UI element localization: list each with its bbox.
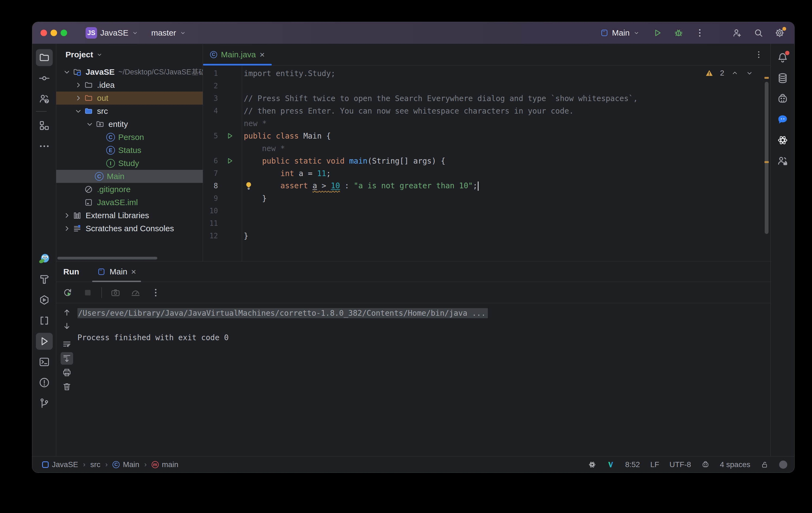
problems-tool-button[interactable] (36, 374, 53, 391)
structure-tool-button[interactable] (36, 117, 53, 134)
soft-wrap-button[interactable] (61, 338, 73, 351)
tree-item-scratches-and-consoles[interactable]: Scratches and Consoles (56, 222, 203, 235)
tree-item-javase-iml[interactable]: JavaSE.iml (56, 196, 203, 209)
services-tool-button[interactable] (36, 292, 53, 308)
write-access-icon[interactable] (761, 460, 769, 469)
notifications-tool-button[interactable] (774, 49, 791, 66)
horizontal-scrollbar[interactable] (57, 257, 157, 260)
branch-widget[interactable]: master (145, 26, 189, 40)
tree-item-out[interactable]: out (56, 92, 203, 104)
git-tool-button[interactable] (36, 395, 53, 412)
zoom-window-button[interactable] (61, 30, 67, 36)
next-problem-icon[interactable] (746, 69, 754, 77)
clear-button[interactable] (61, 381, 73, 393)
indent-style-label[interactable]: 4 spaces (720, 460, 750, 469)
copilot-status-icon[interactable] (701, 460, 709, 469)
project-panel-header[interactable]: Project (56, 44, 203, 65)
bookmarks-tool-button[interactable] (36, 312, 53, 329)
debug-button[interactable] (672, 26, 685, 39)
tree-item-external-libraries[interactable]: External Libraries (56, 209, 203, 222)
close-tab-icon[interactable]: × (131, 267, 136, 276)
tree-item-entity[interactable]: entity (56, 118, 203, 131)
inspections-widget[interactable]: 2 (705, 69, 754, 78)
line-number[interactable]: 10 (203, 207, 218, 215)
code-editor[interactable]: 1import entity.Study;23// Press Shift tw… (203, 65, 771, 261)
close-tab-icon[interactable]: × (260, 50, 265, 59)
openai-tool-button[interactable] (774, 132, 791, 149)
line-number[interactable]: 6 (203, 157, 218, 165)
file-encoding-label[interactable]: UTF-8 (670, 460, 691, 469)
chat-tool-button[interactable] (774, 111, 791, 128)
build-tool-button[interactable] (36, 271, 53, 288)
stop-button[interactable] (81, 286, 94, 299)
line-number[interactable]: 3 (203, 94, 218, 102)
more-actions-icon[interactable] (693, 26, 706, 39)
run-line-icon[interactable] (218, 132, 242, 140)
line-number[interactable]: 7 (203, 169, 218, 177)
snapshot-button[interactable] (109, 286, 122, 299)
down-button[interactable] (61, 320, 73, 333)
terminal-tool-button[interactable] (36, 354, 53, 370)
editor-scrollbar[interactable] (764, 65, 769, 261)
tree-item-person[interactable]: CPerson (56, 131, 203, 144)
tree-item-status[interactable]: EStatus (56, 144, 203, 157)
editor-options-icon[interactable] (754, 50, 763, 59)
cursor-position-label[interactable]: 8:52 (625, 460, 640, 469)
run-tool-button[interactable] (36, 333, 53, 350)
code-with-me-icon[interactable] (731, 26, 744, 39)
tree-item-gitignore[interactable]: .gitignore (56, 183, 203, 196)
database-tool-button[interactable] (774, 70, 791, 87)
profiler-button[interactable] (129, 286, 142, 299)
warning-stripe-mark[interactable] (764, 77, 769, 79)
line-number[interactable]: 4 (203, 107, 218, 115)
project-widget[interactable]: JS JavaSE (83, 25, 141, 41)
scroll-end-button[interactable] (61, 352, 73, 365)
breadcrumb-item-main[interactable]: CMain (113, 460, 139, 469)
line-number[interactable]: 11 (203, 219, 218, 228)
ai-assistant-tool-button[interactable] (774, 90, 791, 107)
commit-tool-button[interactable] (36, 70, 53, 87)
line-number[interactable]: 8 (203, 182, 218, 190)
v-plugin-status-icon[interactable] (607, 460, 615, 469)
run-line-icon[interactable] (218, 157, 242, 165)
close-window-button[interactable] (40, 30, 47, 36)
minimize-window-button[interactable] (51, 30, 57, 36)
tree-item-main[interactable]: CMain (56, 170, 203, 183)
tree-item-src[interactable]: src (56, 104, 203, 118)
memory-indicator-icon[interactable] (779, 460, 787, 469)
scrollbar-thumb[interactable] (765, 82, 768, 234)
tree-item-study[interactable]: IStudy (56, 157, 203, 170)
warning-stripe-mark[interactable] (764, 161, 769, 163)
more-tool-button[interactable] (36, 138, 53, 155)
run-config-widget[interactable]: Main (597, 26, 643, 40)
rerun-button[interactable] (61, 286, 74, 299)
tab-main-java[interactable]: C Main.java × (203, 44, 272, 65)
collaboration-tool-button[interactable] (774, 152, 791, 169)
pull-requests-tool-button[interactable]: ? (36, 90, 53, 107)
tree-item-javase[interactable]: JavaSE~/Desktop/CS/JavaSE基础/Jav (56, 65, 203, 79)
console-output[interactable]: /Users/eve/Library/Java/JavaVirtualMachi… (78, 303, 771, 456)
print-button[interactable] (61, 366, 73, 379)
settings-gear-icon[interactable] (773, 26, 786, 39)
line-number[interactable]: 12 (203, 232, 218, 240)
gopher-tool-button[interactable] (36, 250, 53, 267)
project-tool-button[interactable] (36, 49, 53, 66)
breadcrumb-item-src[interactable]: src (90, 460, 100, 469)
search-icon[interactable] (752, 26, 765, 39)
line-number[interactable]: 5 (203, 132, 218, 140)
previous-problem-icon[interactable] (731, 69, 739, 77)
quickfix-bulb-icon[interactable] (244, 181, 254, 192)
more-v-button[interactable] (149, 286, 162, 299)
openai-status-icon[interactable] (588, 460, 596, 469)
line-number[interactable]: 9 (203, 194, 218, 203)
line-separator-label[interactable]: LF (650, 460, 659, 469)
up-button[interactable] (61, 306, 73, 319)
tree-item-idea[interactable]: .idea (56, 79, 203, 92)
line-number[interactable]: 1 (203, 69, 218, 78)
breadcrumb-item-main[interactable]: mmain (152, 460, 178, 469)
run-tab-main[interactable]: Main × (92, 262, 141, 282)
scratches-icon (72, 224, 82, 233)
line-number[interactable]: 2 (203, 82, 218, 90)
breadcrumb-item-javase[interactable]: JavaSE (42, 460, 78, 469)
run-button[interactable] (651, 26, 664, 39)
